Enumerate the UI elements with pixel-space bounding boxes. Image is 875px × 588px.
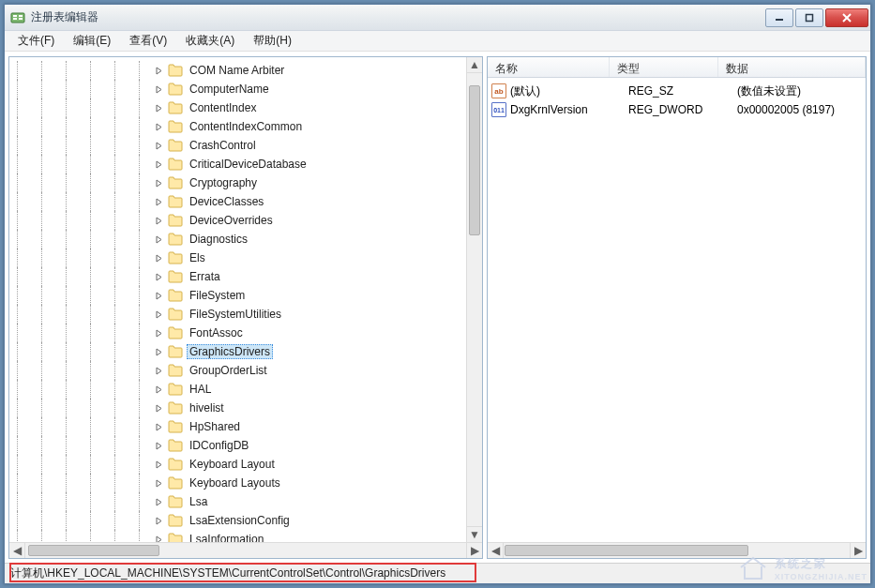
expand-icon[interactable] xyxy=(154,103,164,113)
folder-icon xyxy=(168,476,183,490)
scroll-up-icon[interactable]: ▲ xyxy=(467,57,482,73)
tree-item-label: hivelist xyxy=(187,400,227,415)
close-button[interactable] xyxy=(825,8,868,27)
expand-icon[interactable] xyxy=(154,366,164,376)
value-type-icon: 011 xyxy=(491,102,506,117)
expand-icon[interactable] xyxy=(154,197,164,207)
scroll-right-icon[interactable]: ▶ xyxy=(850,543,866,558)
registry-editor-window: 注册表编辑器 文件(F) 编辑(E) 查看(V) 收藏夹(A) 帮助(H) CO… xyxy=(4,4,871,584)
expand-icon[interactable] xyxy=(154,141,164,151)
menu-help[interactable]: 帮助(H) xyxy=(244,31,301,51)
tree-item[interactable]: hivelist xyxy=(9,399,482,417)
tree-item[interactable]: Keyboard Layouts xyxy=(9,474,482,492)
expand-icon[interactable] xyxy=(154,291,164,301)
list-header[interactable]: 名称 类型 数据 xyxy=(488,57,866,78)
list-item[interactable]: 011DxgKrnlVersionREG_DWORD0x00002005 (81… xyxy=(488,100,866,119)
expand-icon[interactable] xyxy=(154,178,164,188)
expand-icon[interactable] xyxy=(154,384,164,395)
tree-item[interactable]: FileSystem xyxy=(9,286,482,305)
scroll-left-icon[interactable]: ◀ xyxy=(488,543,504,558)
expand-icon[interactable] xyxy=(154,422,164,432)
scroll-thumb[interactable] xyxy=(28,545,159,556)
tree-item[interactable]: Els xyxy=(9,249,482,267)
expand-icon[interactable] xyxy=(154,497,164,507)
expand-icon[interactable] xyxy=(154,328,164,339)
tree-item[interactable]: HAL xyxy=(9,380,482,399)
tree-item[interactable]: IDConfigDB xyxy=(9,436,482,455)
scroll-down-icon[interactable]: ▼ xyxy=(467,526,482,542)
tree-scrollbar-vertical[interactable]: ▲ ▼ xyxy=(466,57,482,542)
expand-icon[interactable] xyxy=(154,347,164,357)
tree-item[interactable]: DeviceOverrides xyxy=(9,211,482,230)
tree-item[interactable]: HpShared xyxy=(9,417,482,436)
expand-icon[interactable] xyxy=(154,122,164,132)
expand-icon[interactable] xyxy=(154,309,164,320)
tree-item[interactable]: DeviceClasses xyxy=(9,192,482,211)
tree-item[interactable]: CriticalDeviceDatabase xyxy=(9,155,482,173)
folder-icon xyxy=(168,101,183,114)
value-type-icon: ab xyxy=(491,83,506,98)
tree-item-label: Els xyxy=(187,250,208,265)
tree-item[interactable]: Keyboard Layout xyxy=(9,455,482,474)
folder-icon xyxy=(168,176,183,189)
tree-item[interactable]: FontAssoc xyxy=(9,324,482,342)
expand-icon[interactable] xyxy=(154,216,164,226)
col-type[interactable]: 类型 xyxy=(610,57,718,77)
tree-item[interactable]: ContentIndexCommon xyxy=(9,117,482,136)
scroll-thumb[interactable] xyxy=(505,545,748,556)
tree-item[interactable]: ComputerName xyxy=(9,80,482,98)
registry-tree[interactable]: COM Name ArbiterComputerNameContentIndex… xyxy=(9,57,482,558)
col-data[interactable]: 数据 xyxy=(718,57,866,77)
tree-item-label: GroupOrderList xyxy=(187,363,270,378)
folder-icon xyxy=(168,195,183,208)
svg-rect-2 xyxy=(13,18,17,20)
menu-edit[interactable]: 编辑(E) xyxy=(64,31,120,51)
tree-item[interactable]: Lsa xyxy=(9,492,482,511)
value-name: DxgKrnlVersion xyxy=(510,103,628,116)
tree-item[interactable]: Errata xyxy=(9,267,482,286)
tree-item-label: GraphicsDrivers xyxy=(187,344,273,359)
list-item[interactable]: ab(默认)REG_SZ(数值未设置) xyxy=(488,82,866,100)
tree-item[interactable]: LsaExtensionConfig xyxy=(9,511,482,530)
folder-icon xyxy=(168,83,183,96)
expand-icon[interactable] xyxy=(154,516,164,526)
minimize-button[interactable] xyxy=(765,8,793,27)
expand-icon[interactable] xyxy=(154,272,164,282)
folder-icon xyxy=(168,289,183,302)
tree-item[interactable]: CrashControl xyxy=(9,136,482,155)
tree-item-label: Errata xyxy=(187,269,223,284)
expand-icon[interactable] xyxy=(154,403,164,414)
scroll-left-icon[interactable]: ◀ xyxy=(9,543,25,558)
tree-item-label: ContentIndex xyxy=(187,100,259,115)
menu-file[interactable]: 文件(F) xyxy=(8,31,64,51)
tree-item[interactable]: GraphicsDrivers xyxy=(9,342,482,361)
maximize-button[interactable] xyxy=(795,8,823,27)
tree-scrollbar-horizontal[interactable]: ◀ ▶ xyxy=(9,542,482,558)
values-scrollbar-horizontal[interactable]: ◀ ▶ xyxy=(488,542,866,558)
expand-icon[interactable] xyxy=(154,159,164,170)
tree-item[interactable]: ContentIndex xyxy=(9,98,482,117)
values-list[interactable]: ab(默认)REG_SZ(数值未设置)011DxgKrnlVersionREG_… xyxy=(488,78,866,123)
tree-item[interactable]: Cryptography xyxy=(9,173,482,192)
expand-icon[interactable] xyxy=(154,66,164,76)
tree-item[interactable]: GroupOrderList xyxy=(9,361,482,380)
expand-icon[interactable] xyxy=(154,234,164,245)
statusbar: 计算机\HKEY_LOCAL_MACHINE\SYSTEM\CurrentCon… xyxy=(5,563,870,583)
scroll-thumb[interactable] xyxy=(469,85,480,235)
expand-icon[interactable] xyxy=(154,84,164,95)
tree-item[interactable]: COM Name Arbiter xyxy=(9,61,482,80)
window-buttons xyxy=(763,8,868,27)
titlebar[interactable]: 注册表编辑器 xyxy=(5,5,870,31)
window-title: 注册表编辑器 xyxy=(31,9,763,25)
value-type: REG_SZ xyxy=(628,84,737,98)
expand-icon[interactable] xyxy=(154,441,164,451)
expand-icon[interactable] xyxy=(154,478,164,489)
expand-icon[interactable] xyxy=(154,253,164,264)
scroll-right-icon[interactable]: ▶ xyxy=(466,543,482,558)
col-name[interactable]: 名称 xyxy=(488,57,610,77)
menu-favorites[interactable]: 收藏夹(A) xyxy=(176,31,244,51)
menu-view[interactable]: 查看(V) xyxy=(120,31,176,51)
tree-item[interactable]: Diagnostics xyxy=(9,230,482,249)
expand-icon[interactable] xyxy=(154,460,164,470)
tree-item[interactable]: FileSystemUtilities xyxy=(9,305,482,324)
